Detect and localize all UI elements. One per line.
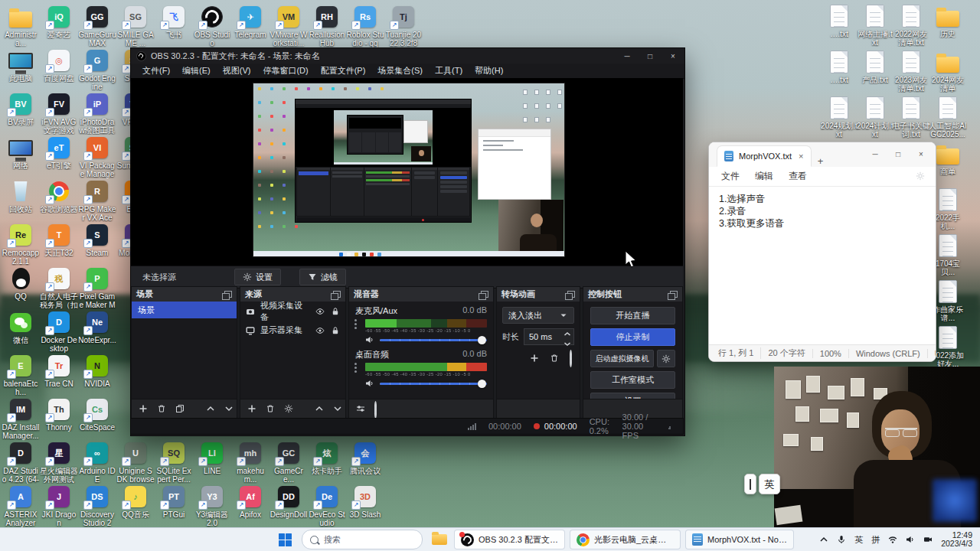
lock-icon[interactable]: [331, 307, 340, 316]
desktop-icon[interactable]: A↗ASTERIX Analyzer: [2, 484, 40, 527]
desktop-icon[interactable]: J↗JKI Dragon: [40, 484, 78, 527]
obs-menu-item[interactable]: 帮助(H): [469, 64, 508, 77]
desktop-icon[interactable]: RH↗Reallusion Hub: [308, 5, 346, 47]
taskbar-explorer-button[interactable]: [429, 530, 450, 549]
obs-menu-item[interactable]: 配置文件(P): [315, 64, 371, 77]
ime-floating-badge[interactable]: 英: [744, 474, 780, 494]
desktop-icon[interactable]: SQ↗SQLite Expert Per...: [155, 441, 193, 484]
desktop-icon[interactable]: QQ: [2, 266, 40, 301]
visibility-icon[interactable]: [315, 326, 325, 335]
visibility-icon[interactable]: [315, 307, 325, 316]
close-button[interactable]: ×: [910, 150, 933, 158]
obs-menu-item[interactable]: 视图(V): [217, 64, 256, 77]
desktop-icon[interactable]: Y3↗Y3编辑器 2.0: [193, 484, 231, 527]
desktop-icon[interactable]: ↗OBS Studio: [193, 5, 231, 47]
desktop-icon[interactable]: 此电脑: [2, 48, 40, 83]
move-source-up-button[interactable]: [315, 404, 324, 413]
maximize-button[interactable]: □: [887, 150, 910, 158]
camera-in-use-icon[interactable]: [923, 535, 933, 544]
desktop-icon[interactable]: PT↗PTGui: [155, 484, 193, 519]
desktop-icon[interactable]: iP↗iPhotoDraw绘图工具: [78, 92, 116, 135]
desktop-icon[interactable]: 2024规划.txt: [820, 96, 858, 139]
remove-source-button[interactable]: [266, 404, 275, 413]
ime-english-indicator[interactable]: 英: [854, 534, 863, 546]
zoom-level[interactable]: 100%: [812, 349, 848, 358]
desktop-icon[interactable]: E↗balenaEtch...: [2, 354, 40, 396]
tab-close-icon[interactable]: ×: [799, 152, 803, 161]
desktop-icon[interactable]: 炫↗炫卡助手: [308, 441, 346, 475]
popout-icon[interactable]: [333, 291, 341, 298]
desktop-icon[interactable]: 产品.txt: [856, 50, 894, 84]
stop-recording-button[interactable]: 停止录制: [590, 328, 675, 346]
obs-menu-item[interactable]: 场景集合(S): [372, 64, 428, 77]
desktop-icon[interactable]: De↗DevEco Studio: [308, 484, 346, 527]
source-properties-icon[interactable]: [284, 404, 293, 413]
desktop-icon[interactable]: VM↗VMware Workstati...: [270, 5, 308, 47]
obs-menu-item[interactable]: 停靠窗口(D): [257, 64, 313, 77]
taskbar-clock[interactable]: 12:49 2023/4/3: [941, 531, 972, 548]
desktop-icon[interactable]: Ne↗NoteExpr...: [78, 310, 116, 344]
virtual-camera-settings-button[interactable]: [657, 350, 675, 367]
desktop-icon[interactable]: 税↗自然人电子税务局（扣缴...: [40, 266, 78, 309]
popout-icon[interactable]: [224, 291, 232, 298]
close-button[interactable]: ×: [662, 48, 684, 64]
desktop-icon[interactable]: eT↗eT引擎: [40, 135, 78, 170]
desktop-icon[interactable]: 微信: [2, 310, 40, 344]
desktop-icon[interactable]: U↗Unigine SDK browser 2: [116, 441, 155, 484]
desktop-icon[interactable]: mh↗makehum...: [231, 441, 270, 484]
move-source-down-button[interactable]: [333, 404, 342, 413]
taskbar-app-button[interactable]: OBS 30.2.3 配置文件: 未: [454, 530, 565, 549]
desktop-icon[interactable]: Tj↗Tuanjie 2022.3.2f8: [384, 5, 423, 47]
desktop-icon[interactable]: G↗Godot Engine: [78, 48, 116, 91]
desktop-icon[interactable]: 3D↗3D Slash: [346, 484, 384, 519]
obs-menu-item[interactable]: 编辑(E): [177, 64, 216, 77]
transition-menu-icon[interactable]: [570, 350, 572, 360]
desktop-icon[interactable]: T↗天正T32: [40, 223, 78, 257]
resize-grip[interactable]: [668, 424, 671, 429]
lock-icon[interactable]: [331, 326, 340, 335]
move-scene-up-button[interactable]: [206, 404, 215, 413]
desktop-icon[interactable]: 2024计划.txt: [856, 96, 894, 139]
add-source-button[interactable]: [247, 404, 256, 413]
popout-icon[interactable]: [670, 291, 678, 298]
notepad-tab[interactable]: MorphVOX.txt ×: [717, 145, 812, 167]
desktop-icon[interactable]: 网络主播.txt: [856, 4, 894, 47]
scene-list-item[interactable]: 场景: [132, 302, 237, 318]
desktop-icon[interactable]: 2022网友清单.txt: [892, 4, 930, 47]
start-virtual-camera-button[interactable]: 启动虚拟摄像机: [590, 350, 654, 367]
desktop-icon[interactable]: 星↗星火编辑器外网测试: [40, 441, 78, 484]
add-scene-button[interactable]: [139, 404, 148, 413]
desktop-icon[interactable]: Administra...: [2, 5, 40, 47]
start-button[interactable]: [274, 530, 296, 549]
notepad-menu-item[interactable]: 文件: [714, 168, 747, 184]
desktop-icon[interactable]: ….txt: [820, 4, 858, 38]
remove-scene-button[interactable]: [157, 404, 166, 413]
volume-icon[interactable]: [906, 535, 915, 544]
desktop-icon[interactable]: D↗Docker Desktop: [40, 310, 78, 353]
ime-pinyin-indicator[interactable]: 拼: [871, 534, 880, 546]
spin-up-icon[interactable]: [563, 330, 572, 339]
desktop-icon[interactable]: 人工智能AIGC2025...: [929, 96, 967, 139]
desktop-icon[interactable]: Tr↗Trae CN: [40, 354, 78, 388]
desktop-icon[interactable]: ◎↗百度网盘: [40, 48, 78, 83]
desktop-icon[interactable]: ….txt: [820, 50, 858, 84]
desktop-icon[interactable]: P↗Pixel Game Maker MV: [78, 266, 116, 309]
mixer-menu-icon[interactable]: [374, 401, 377, 411]
desktop-icon[interactable]: 回收站: [2, 179, 40, 214]
microphone-tray-icon[interactable]: [837, 535, 846, 544]
channel-menu-icon[interactable]: [354, 363, 357, 365]
ime-language-chip[interactable]: 英: [759, 474, 780, 494]
obs-menu-item[interactable]: 工具(T): [430, 64, 468, 77]
source-row-display-capture[interactable]: 显示器采集: [240, 321, 345, 340]
notepad-text-area[interactable]: 1.选择声音2.录音3.获取更多语音: [709, 187, 936, 236]
minimize-button[interactable]: ─: [616, 48, 639, 64]
new-tab-button[interactable]: +: [812, 155, 830, 167]
maximize-button[interactable]: □: [639, 48, 662, 64]
desktop-icon[interactable]: FV↗iFVN AVG文字游戏制...: [40, 92, 78, 135]
wifi-icon[interactable]: [888, 535, 897, 544]
desktop-icon[interactable]: 会↗腾讯会议: [346, 441, 384, 475]
notepad-titlebar[interactable]: MorphVOX.txt × + ─ □ ×: [709, 142, 936, 167]
transition-select[interactable]: 淡入淡出: [502, 307, 574, 324]
desktop-icon[interactable]: N↗NVIDIA: [78, 354, 116, 388]
move-scene-down-button[interactable]: [224, 404, 234, 413]
